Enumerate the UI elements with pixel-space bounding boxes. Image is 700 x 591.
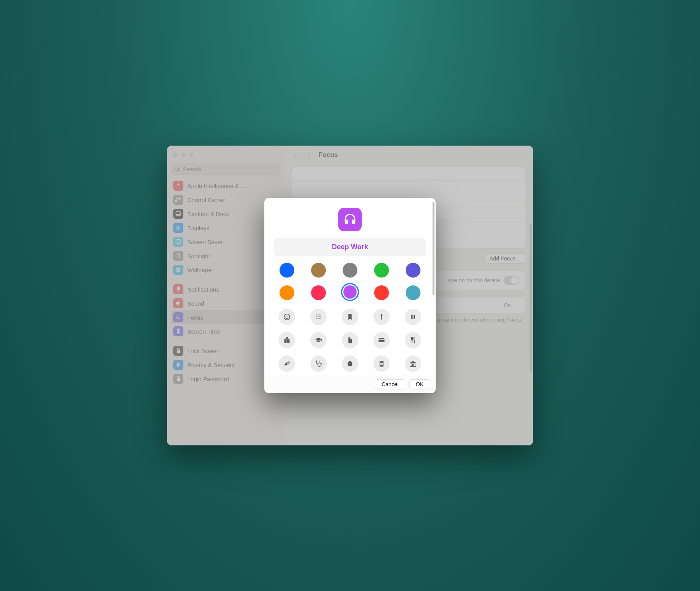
glyph-card[interactable] [373, 332, 390, 348]
color-brown[interactable] [311, 263, 326, 278]
svg-rect-49 [381, 363, 382, 364]
svg-point-25 [316, 315, 317, 316]
svg-rect-51 [380, 364, 381, 365]
svg-point-42 [286, 361, 290, 364]
svg-rect-47 [382, 362, 383, 362]
bank-icon [409, 360, 417, 368]
color-teal[interactable] [406, 285, 420, 300]
svg-rect-50 [382, 363, 383, 364]
color-blue[interactable] [280, 263, 294, 278]
glyph-pills[interactable] [279, 355, 295, 372]
pills-icon [283, 360, 291, 368]
svg-point-23 [286, 316, 287, 317]
svg-rect-52 [381, 364, 382, 365]
color-red[interactable] [374, 285, 389, 300]
glyph-bank[interactable] [405, 355, 421, 372]
svg-rect-40 [378, 339, 384, 341]
modal-body [264, 198, 436, 375]
svg-rect-32 [381, 316, 382, 320]
svg-rect-26 [318, 315, 321, 315]
ok-button[interactable]: OK [409, 379, 430, 389]
modal-footer: Cancel OK [264, 375, 436, 393]
svg-rect-46 [381, 362, 382, 362]
system-settings-window: Search Apple Intelligence & …Control Cen… [167, 146, 533, 445]
color-picker [274, 263, 426, 300]
list-icon [315, 313, 322, 321]
glyph-gift[interactable] [279, 332, 295, 348]
svg-rect-33 [411, 315, 412, 319]
svg-point-24 [288, 316, 288, 317]
pin-icon [378, 313, 385, 321]
color-pink[interactable] [311, 285, 326, 300]
glyph-cutlery[interactable] [405, 332, 421, 348]
glyph-pin[interactable] [373, 309, 390, 325]
modal-scrollbar[interactable] [433, 202, 434, 295]
svg-rect-38 [287, 339, 288, 343]
graduation-icon [315, 336, 322, 344]
building-icon [378, 360, 385, 368]
glyph-books[interactable] [405, 309, 421, 325]
glyph-stethoscope[interactable] [310, 355, 327, 372]
bookmark-icon [346, 313, 354, 321]
svg-rect-45 [380, 362, 381, 362]
color-orange[interactable] [280, 285, 294, 300]
glyph-building[interactable] [373, 355, 390, 372]
svg-rect-30 [318, 318, 321, 319]
gift-icon [283, 336, 291, 344]
svg-point-43 [320, 363, 322, 364]
cutlery-icon [409, 336, 417, 344]
headphones-icon [343, 213, 357, 227]
glyph-picker [274, 309, 426, 372]
svg-point-22 [284, 314, 290, 320]
glyph-bookmark[interactable] [342, 309, 358, 325]
svg-point-29 [316, 318, 317, 320]
color-green[interactable] [374, 263, 389, 278]
document-icon [346, 336, 354, 344]
stethoscope-icon [315, 360, 322, 368]
focus-preview-icon [338, 208, 362, 231]
glyph-list[interactable] [310, 309, 327, 325]
svg-rect-53 [382, 364, 383, 365]
card-icon [378, 336, 385, 344]
svg-rect-28 [318, 317, 321, 317]
svg-rect-48 [380, 363, 381, 364]
svg-rect-35 [413, 315, 415, 319]
cancel-button[interactable]: Cancel [375, 379, 405, 389]
smiley-icon [283, 313, 291, 321]
glyph-document[interactable] [342, 332, 358, 348]
color-indigo[interactable] [406, 263, 420, 278]
color-gray[interactable] [343, 263, 357, 278]
focus-edit-sheet: Cancel OK [264, 198, 436, 393]
color-purple[interactable] [343, 285, 357, 299]
books-icon [409, 313, 417, 321]
modal-dim: Cancel OK [167, 146, 533, 445]
glyph-graduation[interactable] [310, 332, 327, 348]
glyph-home[interactable] [342, 355, 358, 372]
svg-point-27 [316, 317, 317, 318]
glyph-smiley[interactable] [279, 309, 295, 325]
svg-rect-34 [412, 315, 413, 319]
focus-name-input[interactable] [274, 238, 426, 256]
home-icon [346, 360, 354, 368]
